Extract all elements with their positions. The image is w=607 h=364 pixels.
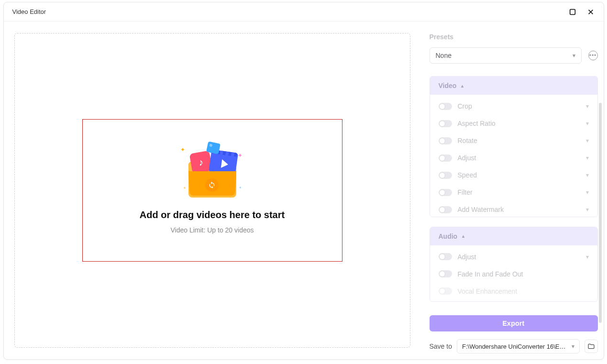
section-body-video: Crop ▾ Aspect Ratio ▾ Rotate ▾ xyxy=(430,95,597,217)
label-speed: Speed xyxy=(458,171,477,179)
section-header-video[interactable]: Video ▴ xyxy=(430,77,597,95)
maximize-button[interactable] xyxy=(568,8,577,16)
save-to-label: Save to xyxy=(430,342,452,350)
scrollbar[interactable] xyxy=(599,103,602,323)
row-watermark[interactable]: Add Watermark ▾ xyxy=(439,201,589,217)
svg-rect-0 xyxy=(570,9,575,14)
toggle-watermark[interactable] xyxy=(439,206,452,213)
body: ♪ ✦ ✦ ✦ ● Add or drag videos here to s xyxy=(4,22,604,359)
toggle-filter[interactable] xyxy=(439,189,452,196)
refresh-icon xyxy=(205,178,219,192)
preset-dropdown[interactable]: None ▾ xyxy=(430,47,582,64)
chevron-down-icon: ▾ xyxy=(573,52,575,59)
label-audio-adjust: Adjust xyxy=(458,253,476,261)
section-title-audio: Audio xyxy=(439,232,458,240)
chevron-down-icon[interactable]: ▾ xyxy=(586,172,589,178)
row-crop[interactable]: Crop ▾ xyxy=(439,98,589,115)
toggle-crop[interactable] xyxy=(439,103,452,110)
toggle-speed[interactable] xyxy=(439,172,452,179)
toggle-audio-adjust[interactable] xyxy=(439,253,452,260)
chevron-down-icon[interactable]: ▾ xyxy=(586,103,589,110)
toggle-fade[interactable] xyxy=(439,270,452,277)
video-editor-window: Video Editor ♪ xyxy=(3,2,604,360)
toggle-rotate[interactable] xyxy=(439,137,452,144)
section-audio: Audio ▴ Adjust ▾ Fade In and Fade Out xyxy=(430,227,598,302)
chevron-down-icon[interactable]: ▾ xyxy=(586,254,589,260)
label-fade: Fade In and Fade Out xyxy=(458,270,523,278)
highlighted-dropzone[interactable]: ♪ ✦ ✦ ✦ ● Add or drag videos here to s xyxy=(82,119,342,262)
right-sidebar: Presets None ▾ ••• Video ▴ xyxy=(421,22,604,359)
chevron-down-icon[interactable]: ▾ xyxy=(586,137,589,144)
footer: Export Save to F:\Wondershare UniConvert… xyxy=(430,311,598,353)
chevron-down-icon: ▾ xyxy=(572,343,574,350)
dropzone-illustration: ♪ ✦ ✦ ✦ ● xyxy=(177,138,248,200)
titlebar: Video Editor xyxy=(4,2,604,22)
save-path-value: F:\Wondershare UniConverter 16\Edited xyxy=(462,343,569,350)
ellipsis-icon: ••• xyxy=(589,52,597,59)
export-button[interactable]: Export xyxy=(430,315,598,331)
toggle-aspect-ratio[interactable] xyxy=(439,120,452,127)
video-dropzone[interactable]: ♪ ✦ ✦ ✦ ● Add or drag videos here to s xyxy=(14,33,410,348)
chevron-down-icon[interactable]: ▾ xyxy=(586,206,589,213)
dropzone-subline: Video Limit: Up to 20 videos xyxy=(170,226,254,234)
row-vocal-enhancement[interactable]: Vocal Enhancement xyxy=(439,283,589,300)
section-title-video: Video xyxy=(439,82,457,89)
label-vocal-enhancement: Vocal Enhancement xyxy=(458,287,518,295)
chevron-up-icon: ▴ xyxy=(462,233,464,239)
label-crop: Crop xyxy=(458,102,472,110)
open-folder-button[interactable] xyxy=(585,340,598,353)
chevron-down-icon[interactable]: ▾ xyxy=(586,120,589,127)
section-video: Video ▴ Crop ▾ Aspect Ratio ▾ xyxy=(430,76,598,217)
save-path-dropdown[interactable]: F:\Wondershare UniConverter 16\Edited ▾ xyxy=(457,339,580,353)
section-body-audio: Adjust ▾ Fade In and Fade Out Vocal Enha… xyxy=(430,245,597,302)
label-adjust-video: Adjust xyxy=(458,154,476,162)
row-speed[interactable]: Speed ▾ xyxy=(439,166,589,184)
chevron-down-icon[interactable]: ▾ xyxy=(586,189,589,196)
label-aspect-ratio: Aspect Ratio xyxy=(458,120,496,127)
row-filter[interactable]: Filter ▾ xyxy=(439,184,589,201)
chevron-up-icon: ▴ xyxy=(461,83,464,88)
label-filter: Filter xyxy=(458,188,473,196)
window-controls xyxy=(568,8,595,16)
row-rotate[interactable]: Rotate ▾ xyxy=(439,132,589,149)
window-title: Video Editor xyxy=(12,8,46,15)
presets-heading: Presets xyxy=(430,33,598,41)
preset-row: None ▾ ••• xyxy=(430,47,598,64)
close-button[interactable] xyxy=(586,8,595,16)
save-to-row: Save to F:\Wondershare UniConverter 16\E… xyxy=(430,339,598,353)
row-fade[interactable]: Fade In and Fade Out xyxy=(439,265,589,283)
section-header-audio[interactable]: Audio ▴ xyxy=(430,227,597,245)
label-rotate: Rotate xyxy=(458,137,477,144)
toggle-adjust-video[interactable] xyxy=(439,154,452,162)
preset-more-button[interactable]: ••• xyxy=(588,51,598,60)
chevron-down-icon[interactable]: ▾ xyxy=(586,154,589,161)
image-icon xyxy=(206,141,220,154)
row-audio-adjust[interactable]: Adjust ▾ xyxy=(439,248,589,265)
left-panel: ♪ ✦ ✦ ✦ ● Add or drag videos here to s xyxy=(4,22,421,359)
preset-selected-value: None xyxy=(436,52,452,59)
row-adjust-video[interactable]: Adjust ▾ xyxy=(439,149,589,166)
toggle-vocal-enhancement[interactable] xyxy=(439,287,452,295)
label-watermark: Add Watermark xyxy=(458,206,504,213)
dropzone-headline: Add or drag videos here to start xyxy=(140,210,285,221)
row-aspect-ratio[interactable]: Aspect Ratio ▾ xyxy=(439,115,589,132)
folder-icon xyxy=(587,342,595,350)
export-label: Export xyxy=(502,320,524,327)
